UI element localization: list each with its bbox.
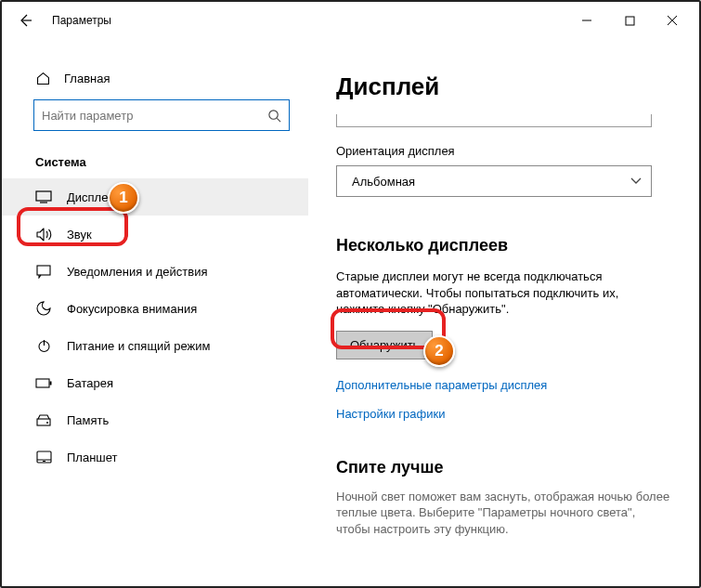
- sidebar-item-label: Дисплей: [67, 190, 115, 204]
- main-pane: Дисплей Ориентация дисплея Альбомная Нес…: [308, 39, 699, 586]
- sleep-better-text: Ночной свет поможет вам заснуть, отображ…: [336, 489, 670, 538]
- svg-rect-2: [626, 17, 634, 25]
- arrow-left-icon: [18, 13, 32, 28]
- sound-icon: [35, 228, 52, 242]
- sidebar-item-label: Батарея: [67, 376, 113, 390]
- svg-point-15: [46, 422, 48, 424]
- svg-rect-13: [50, 381, 52, 385]
- minimize-icon: [581, 15, 592, 26]
- window-title: Параметры: [52, 14, 111, 27]
- sidebar: Главная Система Дисплей Звук Уведомления…: [2, 39, 308, 586]
- graphics-settings-link[interactable]: Настройки графики: [336, 407, 675, 421]
- sidebar-section-label: Система: [35, 155, 308, 169]
- sidebar-item-label: Память: [67, 413, 109, 427]
- chevron-down-icon: [630, 177, 642, 185]
- svg-rect-12: [36, 379, 49, 387]
- truncated-field: [336, 114, 652, 127]
- sidebar-item-tablet[interactable]: Планшет: [2, 438, 308, 476]
- sidebar-home[interactable]: Главная: [2, 67, 308, 99]
- orientation-label: Ориентация дисплея: [336, 144, 675, 158]
- svg-rect-7: [36, 191, 51, 201]
- close-button[interactable]: [651, 6, 694, 35]
- titlebar: Параметры: [2, 2, 699, 39]
- orientation-select[interactable]: Альбомная: [336, 165, 652, 197]
- sidebar-item-focus[interactable]: Фокусировка внимания: [2, 290, 308, 327]
- sidebar-item-label: Питание и спящий режим: [67, 339, 210, 353]
- sidebar-item-sound[interactable]: Звук: [2, 216, 308, 253]
- close-icon: [667, 15, 678, 26]
- orientation-value: Альбомная: [352, 175, 415, 189]
- advanced-display-link[interactable]: Дополнительные параметры дисплея: [336, 378, 675, 392]
- sidebar-item-battery[interactable]: Батарея: [2, 364, 308, 401]
- maximize-button[interactable]: [608, 6, 651, 35]
- sidebar-item-display[interactable]: Дисплей: [2, 178, 308, 216]
- focus-icon: [35, 301, 52, 316]
- sidebar-item-power[interactable]: Питание и спящий режим: [2, 327, 308, 364]
- sidebar-home-label: Главная: [64, 72, 110, 85]
- svg-rect-9: [37, 266, 50, 275]
- notifications-icon: [35, 265, 52, 279]
- power-icon: [35, 339, 52, 353]
- svg-line-6: [277, 118, 280, 122]
- multiple-displays-heading: Несколько дисплеев: [336, 236, 675, 255]
- sidebar-item-label: Фокусировка внимания: [67, 302, 197, 316]
- sidebar-item-label: Планшет: [67, 451, 118, 464]
- svg-rect-14: [37, 419, 50, 425]
- tablet-icon: [35, 451, 52, 464]
- search-icon: [267, 109, 281, 123]
- window-controls: [565, 6, 694, 35]
- battery-icon: [35, 378, 52, 388]
- home-icon: [35, 71, 51, 86]
- storage-icon: [35, 414, 52, 426]
- svg-point-5: [269, 110, 278, 118]
- detect-button[interactable]: Обнаружить: [336, 331, 433, 359]
- search-input[interactable]: [42, 109, 267, 123]
- sidebar-item-storage[interactable]: Память: [2, 401, 308, 438]
- multiple-displays-text: Старые дисплеи могут не всегда подключат…: [336, 268, 652, 318]
- display-icon: [35, 190, 52, 203]
- minimize-button[interactable]: [565, 6, 608, 35]
- sidebar-item-label: Уведомления и действия: [67, 265, 208, 279]
- back-button[interactable]: [11, 7, 39, 34]
- page-title: Дисплей: [336, 72, 675, 101]
- maximize-icon: [625, 16, 635, 26]
- sleep-better-heading: Спите лучше: [336, 458, 675, 477]
- sidebar-item-label: Звук: [67, 228, 92, 242]
- search-input-container[interactable]: [33, 99, 290, 131]
- sidebar-item-notifications[interactable]: Уведомления и действия: [2, 253, 308, 290]
